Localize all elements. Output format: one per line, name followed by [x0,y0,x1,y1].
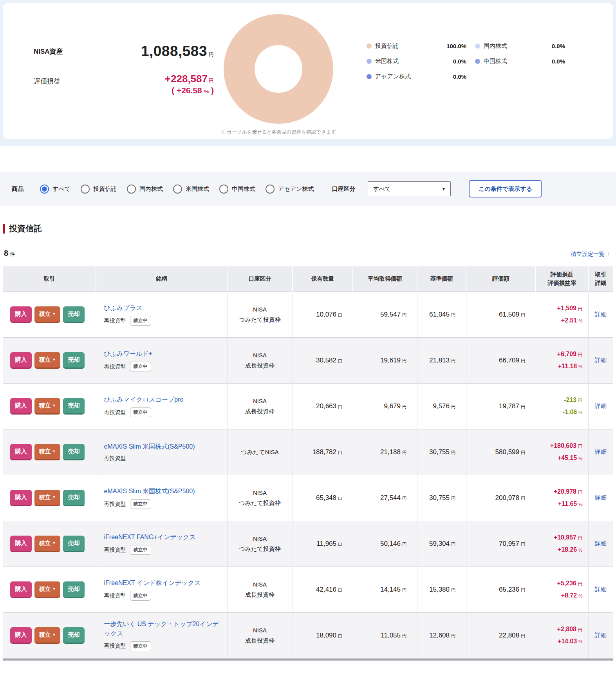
fund-name-link[interactable]: ひふみプラス [104,303,143,312]
fund-type-label: 再投資型 [104,501,126,508]
radio-icon [219,185,228,194]
header-name: 銘柄 [96,266,227,292]
value-cell: 200,978円 [466,475,536,521]
quantity-cell: 30,582口 [293,337,353,383]
buy-button[interactable]: 購入 [10,536,32,552]
tsumitate-button[interactable]: 積立▼ [34,398,60,415]
avg-price-cell: 14,145円 [353,567,417,612]
sell-button[interactable]: 売却 [63,306,85,323]
legend-label: 投資信託 [375,42,399,50]
buy-button[interactable]: 購入 [10,627,32,644]
account-type-cell: NISA 成長投資枠 [227,567,293,612]
caret-down-icon: ▼ [52,449,56,453]
asset-total: 1,088,583円 [141,43,214,60]
chevron-right-icon: 〉 [607,251,612,258]
apply-filter-button[interactable]: この条件で表示する [469,180,542,197]
product-radio-option[interactable]: 中国株式 [219,185,255,194]
tsumitate-button[interactable]: 積立▼ [34,490,60,506]
sell-button[interactable]: 売却 [63,490,85,506]
sell-button[interactable]: 売却 [63,581,85,598]
fund-name-link[interactable]: iFreeNEXT FANG+インデックス [104,532,196,541]
fund-row: 購入 積立▼ 売却 iFreeNEXT FANG+インデックス 再投資型 積立中… [3,521,613,567]
value-cell: 19,787円 [466,383,536,429]
fund-name-link[interactable]: eMAXIS Slim 米国株式(S&P500) [104,487,195,496]
donut-chart[interactable] [224,14,333,124]
product-radio-option[interactable]: 投資信託 [81,185,117,194]
detail-link[interactable]: 詳細 [595,311,607,317]
tsumitate-button[interactable]: 積立▼ [34,536,60,552]
fund-name-link[interactable]: iFreeNEXT インド株インデックス [104,578,201,587]
buy-button[interactable]: 購入 [10,490,32,506]
detail-link[interactable]: 詳細 [595,540,607,547]
tsumitate-button[interactable]: 積立▼ [34,627,60,644]
quantity-cell: 10,076口 [293,292,353,337]
detail-link[interactable]: 詳細 [595,494,607,501]
result-count: 8件 [4,249,15,258]
buy-button[interactable]: 購入 [10,352,32,369]
value-cell: 22,808円 [466,612,536,658]
donut-area: ☝カーソルを乗せると各商品の資産を確認できます [214,3,343,136]
tsumitate-button[interactable]: 積立▼ [34,306,60,323]
header-qty: 保有数量 [293,266,353,292]
legend-value: 0.0% [453,73,466,80]
buy-button[interactable]: 購入 [10,444,32,460]
pl-amount: +228,587 [165,73,208,85]
detail-link[interactable]: 詳細 [595,632,607,638]
caret-down-icon: ▼ [442,186,446,191]
fund-name-link[interactable]: ひふみマイクロスコープpro [104,395,184,404]
radio-icon [127,185,136,194]
product-filter-label: 商品 [12,185,23,193]
avg-price-cell: 50,146円 [353,521,417,567]
buy-button[interactable]: 購入 [10,581,32,598]
fund-name-link[interactable]: 一歩先いく US テック・トップ20インデックス [104,619,222,637]
legend-label: アセアン株式 [375,73,411,80]
fund-type-label: 再投資型 [104,547,126,554]
sell-button[interactable]: 売却 [63,444,85,460]
detail-link[interactable]: 詳細 [595,448,607,455]
nav-cell: 12,608円 [417,612,466,658]
table-header-row: 取引 銘柄 口座区分 保有数量 平均取得価額 基準価額 評価額 評価損益 評価損… [3,266,613,292]
fund-type-label: 再投資型 [104,409,126,416]
sell-button[interactable]: 売却 [63,352,85,369]
buy-button[interactable]: 購入 [10,306,32,323]
pl-cell: +5,236円 +8.72% [536,567,588,612]
fund-row: 購入 積立▼ 売却 eMAXIS Slim 米国株式(S&P500) 再投資型 … [3,475,613,521]
legend-label: 国内株式 [484,42,507,50]
legend-item: 米国株式 0.0% [367,58,466,65]
tsumitate-active-badge: 積立中 [130,641,151,651]
caret-down-icon: ▼ [52,312,56,316]
summary-card: NISA資産 1,088,583円 評価損益 +228,587円 ( +26.5… [3,3,613,139]
quantity-cell: 11,965口 [293,521,353,567]
pl-cell: +180,603円 +45.15% [536,429,588,475]
sell-button[interactable]: 売却 [63,398,85,415]
product-radio-option[interactable]: アセアン株式 [266,185,314,194]
cursor-hand-icon: ☝ [221,129,225,136]
product-radio-option[interactable]: 米国株式 [173,185,209,194]
product-radio-option[interactable]: 国内株式 [127,185,163,194]
nav-cell: 15,380円 [417,567,466,612]
fund-type-label: 再投資型 [104,643,126,650]
bottom-divider [3,659,613,661]
value-cell: 65,236円 [466,567,536,612]
caret-down-icon: ▼ [52,541,56,545]
sell-button[interactable]: 売却 [63,627,85,644]
tsumitate-button[interactable]: 積立▼ [34,444,60,460]
tsumitate-button[interactable]: 積立▼ [34,581,60,598]
tsumitate-active-badge: 積立中 [130,499,151,509]
radio-label: 米国株式 [186,185,209,193]
fund-name-link[interactable]: eMAXIS Slim 米国株式(S&P500) [104,442,195,451]
tsumitate-button[interactable]: 積立▼ [34,352,60,369]
fund-name-link[interactable]: ひふみワールド+ [104,349,153,358]
caret-down-icon: ▼ [52,404,56,407]
account-type-select[interactable]: すべて ▼ [368,181,451,196]
detail-link[interactable]: 詳細 [595,402,607,409]
product-radio-option[interactable]: すべて [40,185,70,194]
sell-button[interactable]: 売却 [63,536,85,552]
buy-button[interactable]: 購入 [10,398,32,415]
detail-link[interactable]: 詳細 [595,586,607,592]
tsumitate-settings-link[interactable]: 積立設定一覧〉 [571,250,612,258]
quantity-cell: 188,782口 [293,429,353,475]
pl-total: +228,587円 ( +26.58 % ) [165,73,214,95]
detail-link[interactable]: 詳細 [595,357,607,363]
value-cell: 70,957円 [466,521,536,567]
